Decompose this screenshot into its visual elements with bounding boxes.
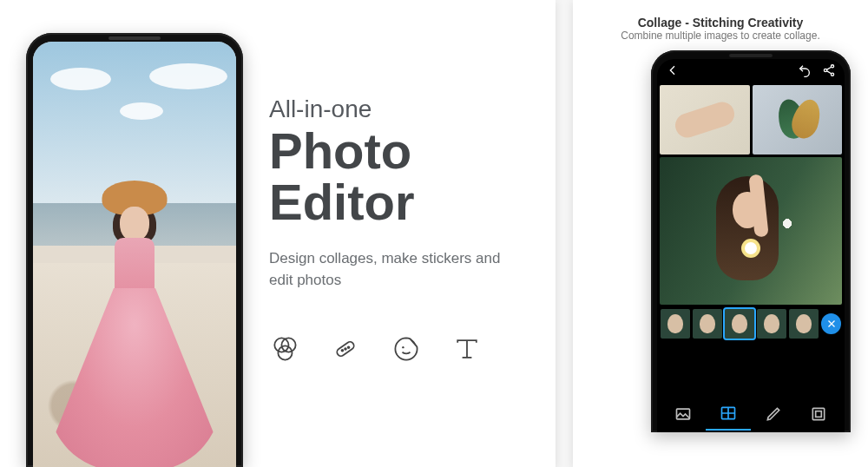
portrait-subject [717,176,778,280]
promo-panel-collage: Collage - Stitching Creativity Combine m… [573,0,868,467]
nav-image[interactable] [661,398,706,431]
image-icon [674,405,692,423]
photo-sky [33,42,236,203]
svg-point-6 [345,348,346,350]
svg-point-4 [342,349,344,351]
phone-mockup-left [26,33,243,467]
edit-icon [765,405,782,423]
svg-rect-14 [816,411,822,418]
svg-point-7 [402,346,404,348]
promo-subheading: Design collages, make stickers and edit … [269,248,512,291]
photo-sea [33,203,236,246]
phone-screen-photo [33,42,236,467]
photo-wall [33,246,236,467]
tool-icon-row [269,333,529,368]
collage-editor-screen [657,59,845,432]
collage-header: Collage - Stitching Creativity Combine m… [621,16,819,42]
collage-title: Collage - Stitching Creativity [621,16,819,30]
delete-button[interactable] [821,313,841,334]
thumbnail-4[interactable] [757,309,786,339]
editor-top-bar [657,59,845,85]
looks-icon [269,333,300,368]
close-icon [825,318,838,330]
sticker-icon [391,333,422,368]
text-icon [451,333,483,368]
thumbnail-3[interactable] [725,309,754,339]
border-icon [810,405,827,423]
undo-icon[interactable] [798,63,812,81]
svg-point-8 [831,65,833,68]
svg-point-2 [278,345,292,359]
nav-edit[interactable] [751,398,796,431]
thumbnail-strip [657,305,845,343]
collage-cell-hands[interactable] [660,85,750,155]
share-icon[interactable] [822,63,836,81]
promo-copy: All-in-one Photo Editor Design collages,… [243,17,529,467]
nav-border[interactable] [796,398,841,431]
svg-rect-13 [812,408,824,419]
collage-layout-icon [720,405,737,422]
promo-heading: Photo Editor [269,125,529,227]
promo-kicker: All-in-one [269,95,529,123]
nav-layout[interactable] [706,398,751,431]
thumbnail-1[interactable] [661,309,690,339]
phone-mockup-right [651,50,851,432]
collage-top-row [657,85,845,155]
collage-subtitle: Combine multiple images to create collag… [621,30,819,42]
collage-cell-leaves[interactable] [753,85,843,155]
svg-point-10 [831,73,833,76]
collage-cell-portrait[interactable] [660,157,842,305]
promo-panel-all-in-one: All-in-one Photo Editor Design collages,… [0,0,556,467]
bottom-nav [657,398,845,432]
thumbnail-2[interactable] [693,309,722,339]
back-icon[interactable] [666,63,680,81]
heal-icon [330,333,361,368]
thumbnail-5[interactable] [789,309,819,339]
svg-point-5 [348,346,350,348]
